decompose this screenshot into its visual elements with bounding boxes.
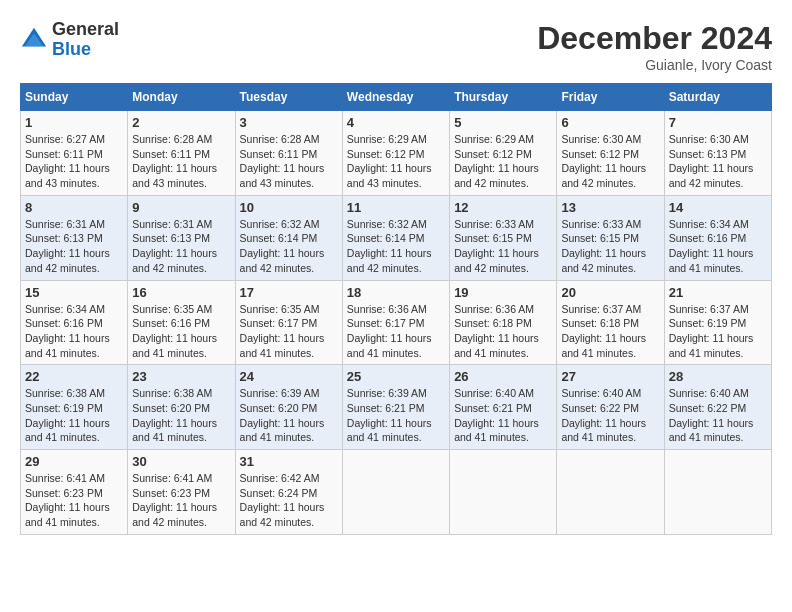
day-info: Sunrise: 6:39 AMSunset: 6:20 PMDaylight:… <box>240 387 325 443</box>
day-number: 7 <box>669 115 767 130</box>
day-number: 3 <box>240 115 338 130</box>
day-info: Sunrise: 6:40 AMSunset: 6:22 PMDaylight:… <box>669 387 754 443</box>
table-row: 9 Sunrise: 6:31 AMSunset: 6:13 PMDayligh… <box>128 195 235 280</box>
day-info: Sunrise: 6:28 AMSunset: 6:11 PMDaylight:… <box>132 133 217 189</box>
table-row: 10 Sunrise: 6:32 AMSunset: 6:14 PMDaylig… <box>235 195 342 280</box>
calendar-week-row: 8 Sunrise: 6:31 AMSunset: 6:13 PMDayligh… <box>21 195 772 280</box>
logo-icon <box>20 26 48 54</box>
calendar-table: Sunday Monday Tuesday Wednesday Thursday… <box>20 83 772 535</box>
page-header: General Blue December 2024 Guianle, Ivor… <box>20 20 772 73</box>
header-thursday: Thursday <box>450 84 557 111</box>
day-info: Sunrise: 6:40 AMSunset: 6:22 PMDaylight:… <box>561 387 646 443</box>
day-info: Sunrise: 6:41 AMSunset: 6:23 PMDaylight:… <box>25 472 110 528</box>
day-number: 11 <box>347 200 445 215</box>
table-row: 14 Sunrise: 6:34 AMSunset: 6:16 PMDaylig… <box>664 195 771 280</box>
day-number: 24 <box>240 369 338 384</box>
day-number: 21 <box>669 285 767 300</box>
table-row: 20 Sunrise: 6:37 AMSunset: 6:18 PMDaylig… <box>557 280 664 365</box>
day-number: 29 <box>25 454 123 469</box>
day-info: Sunrise: 6:35 AMSunset: 6:16 PMDaylight:… <box>132 303 217 359</box>
day-number: 20 <box>561 285 659 300</box>
day-number: 15 <box>25 285 123 300</box>
table-row: 30 Sunrise: 6:41 AMSunset: 6:23 PMDaylig… <box>128 450 235 535</box>
calendar-week-row: 15 Sunrise: 6:34 AMSunset: 6:16 PMDaylig… <box>21 280 772 365</box>
day-info: Sunrise: 6:39 AMSunset: 6:21 PMDaylight:… <box>347 387 432 443</box>
table-row: 18 Sunrise: 6:36 AMSunset: 6:17 PMDaylig… <box>342 280 449 365</box>
day-info: Sunrise: 6:38 AMSunset: 6:20 PMDaylight:… <box>132 387 217 443</box>
table-row: 12 Sunrise: 6:33 AMSunset: 6:15 PMDaylig… <box>450 195 557 280</box>
day-number: 16 <box>132 285 230 300</box>
table-row <box>450 450 557 535</box>
day-number: 14 <box>669 200 767 215</box>
month-year-title: December 2024 <box>537 20 772 57</box>
day-number: 31 <box>240 454 338 469</box>
day-number: 5 <box>454 115 552 130</box>
table-row: 3 Sunrise: 6:28 AMSunset: 6:11 PMDayligh… <box>235 111 342 196</box>
table-row: 11 Sunrise: 6:32 AMSunset: 6:14 PMDaylig… <box>342 195 449 280</box>
day-number: 28 <box>669 369 767 384</box>
table-row: 7 Sunrise: 6:30 AMSunset: 6:13 PMDayligh… <box>664 111 771 196</box>
day-number: 30 <box>132 454 230 469</box>
table-row: 1 Sunrise: 6:27 AMSunset: 6:11 PMDayligh… <box>21 111 128 196</box>
day-number: 13 <box>561 200 659 215</box>
table-row: 28 Sunrise: 6:40 AMSunset: 6:22 PMDaylig… <box>664 365 771 450</box>
table-row: 16 Sunrise: 6:35 AMSunset: 6:16 PMDaylig… <box>128 280 235 365</box>
title-block: December 2024 Guianle, Ivory Coast <box>537 20 772 73</box>
header-tuesday: Tuesday <box>235 84 342 111</box>
table-row: 5 Sunrise: 6:29 AMSunset: 6:12 PMDayligh… <box>450 111 557 196</box>
day-number: 2 <box>132 115 230 130</box>
day-info: Sunrise: 6:36 AMSunset: 6:18 PMDaylight:… <box>454 303 539 359</box>
day-info: Sunrise: 6:33 AMSunset: 6:15 PMDaylight:… <box>454 218 539 274</box>
day-number: 18 <box>347 285 445 300</box>
table-row: 2 Sunrise: 6:28 AMSunset: 6:11 PMDayligh… <box>128 111 235 196</box>
table-row <box>664 450 771 535</box>
table-row: 26 Sunrise: 6:40 AMSunset: 6:21 PMDaylig… <box>450 365 557 450</box>
logo: General Blue <box>20 20 119 60</box>
table-row: 4 Sunrise: 6:29 AMSunset: 6:12 PMDayligh… <box>342 111 449 196</box>
calendar-header-row: Sunday Monday Tuesday Wednesday Thursday… <box>21 84 772 111</box>
day-info: Sunrise: 6:31 AMSunset: 6:13 PMDaylight:… <box>132 218 217 274</box>
day-info: Sunrise: 6:41 AMSunset: 6:23 PMDaylight:… <box>132 472 217 528</box>
day-info: Sunrise: 6:37 AMSunset: 6:19 PMDaylight:… <box>669 303 754 359</box>
day-number: 6 <box>561 115 659 130</box>
day-number: 19 <box>454 285 552 300</box>
table-row: 6 Sunrise: 6:30 AMSunset: 6:12 PMDayligh… <box>557 111 664 196</box>
day-info: Sunrise: 6:28 AMSunset: 6:11 PMDaylight:… <box>240 133 325 189</box>
day-info: Sunrise: 6:32 AMSunset: 6:14 PMDaylight:… <box>240 218 325 274</box>
logo-blue-text: Blue <box>52 39 91 59</box>
day-info: Sunrise: 6:27 AMSunset: 6:11 PMDaylight:… <box>25 133 110 189</box>
day-number: 4 <box>347 115 445 130</box>
table-row: 22 Sunrise: 6:38 AMSunset: 6:19 PMDaylig… <box>21 365 128 450</box>
table-row: 13 Sunrise: 6:33 AMSunset: 6:15 PMDaylig… <box>557 195 664 280</box>
table-row <box>557 450 664 535</box>
day-info: Sunrise: 6:30 AMSunset: 6:13 PMDaylight:… <box>669 133 754 189</box>
day-number: 26 <box>454 369 552 384</box>
day-number: 25 <box>347 369 445 384</box>
day-info: Sunrise: 6:34 AMSunset: 6:16 PMDaylight:… <box>25 303 110 359</box>
table-row: 31 Sunrise: 6:42 AMSunset: 6:24 PMDaylig… <box>235 450 342 535</box>
day-info: Sunrise: 6:36 AMSunset: 6:17 PMDaylight:… <box>347 303 432 359</box>
header-sunday: Sunday <box>21 84 128 111</box>
table-row <box>342 450 449 535</box>
day-number: 8 <box>25 200 123 215</box>
day-number: 23 <box>132 369 230 384</box>
table-row: 25 Sunrise: 6:39 AMSunset: 6:21 PMDaylig… <box>342 365 449 450</box>
day-info: Sunrise: 6:30 AMSunset: 6:12 PMDaylight:… <box>561 133 646 189</box>
day-number: 12 <box>454 200 552 215</box>
day-info: Sunrise: 6:33 AMSunset: 6:15 PMDaylight:… <box>561 218 646 274</box>
table-row: 21 Sunrise: 6:37 AMSunset: 6:19 PMDaylig… <box>664 280 771 365</box>
day-number: 22 <box>25 369 123 384</box>
table-row: 17 Sunrise: 6:35 AMSunset: 6:17 PMDaylig… <box>235 280 342 365</box>
day-info: Sunrise: 6:32 AMSunset: 6:14 PMDaylight:… <box>347 218 432 274</box>
day-info: Sunrise: 6:38 AMSunset: 6:19 PMDaylight:… <box>25 387 110 443</box>
table-row: 27 Sunrise: 6:40 AMSunset: 6:22 PMDaylig… <box>557 365 664 450</box>
day-number: 10 <box>240 200 338 215</box>
table-row: 15 Sunrise: 6:34 AMSunset: 6:16 PMDaylig… <box>21 280 128 365</box>
table-row: 19 Sunrise: 6:36 AMSunset: 6:18 PMDaylig… <box>450 280 557 365</box>
header-wednesday: Wednesday <box>342 84 449 111</box>
table-row: 29 Sunrise: 6:41 AMSunset: 6:23 PMDaylig… <box>21 450 128 535</box>
calendar-week-row: 22 Sunrise: 6:38 AMSunset: 6:19 PMDaylig… <box>21 365 772 450</box>
table-row: 24 Sunrise: 6:39 AMSunset: 6:20 PMDaylig… <box>235 365 342 450</box>
location-subtitle: Guianle, Ivory Coast <box>537 57 772 73</box>
day-number: 1 <box>25 115 123 130</box>
